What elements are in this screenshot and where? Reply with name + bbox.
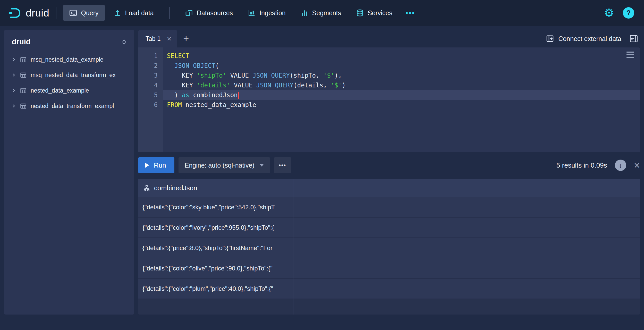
open-panel-icon[interactable] — [629, 34, 638, 43]
results-status: 5 results in 0.09s — [556, 161, 607, 169]
run-bar: Run Engine: auto (sql-native) ••• 5 resu… — [138, 157, 640, 174]
table-name: msq_nested_data_transform_ex — [31, 72, 116, 79]
chevron-right-icon[interactable] — [11, 73, 16, 77]
line-number: 3 — [138, 71, 163, 80]
engine-select[interactable]: Engine: auto (sql-native) — [179, 157, 270, 173]
code-line-2: JSON_OBJECT( — [163, 61, 640, 71]
query-more-button[interactable]: ••• — [274, 157, 291, 173]
tab-bar: Tab 1 × + Connect external data — [138, 30, 640, 47]
connect-external-data-label: Connect external data — [558, 35, 621, 43]
nav-item-segments[interactable]: Segments — [294, 5, 348, 21]
result-row-3[interactable]: {"details":{"price":8.0},"shipTo":{"firs… — [138, 238, 640, 258]
tab-label: Tab 1 — [146, 35, 161, 42]
run-button[interactable]: Run — [138, 157, 174, 173]
nav-label-load-data: Load data — [125, 9, 154, 17]
runbar-right: 5 results in 0.09s ↓ × — [556, 160, 640, 171]
nav-divider — [169, 7, 170, 19]
sql-editor[interactable]: 1 2 3 4 5 6 SELECT JSON_OBJECT( KEY 'shi… — [138, 47, 640, 152]
text-cursor — [238, 92, 239, 99]
sidebar-table-nested_data_example[interactable]: nested_data_example — [4, 83, 134, 98]
upload-icon — [114, 9, 121, 17]
result-cell[interactable]: {"details":{"price":8.0},"shipTo":{"firs… — [138, 244, 293, 252]
nav-label-segments: Segments — [312, 9, 341, 17]
line-number: 2 — [138, 61, 163, 71]
sidebar-table-msq_nested_data_transform[interactable]: msq_nested_data_transform_ex — [4, 67, 134, 83]
table-icon — [20, 72, 27, 79]
nav-item-query[interactable]: Query — [63, 5, 105, 21]
result-cell[interactable]: {"details":{"color":"ivory","price":955.… — [138, 224, 293, 231]
nav-item-ingestion[interactable]: Ingestion — [242, 5, 292, 21]
sql-keyword: SELECT — [167, 52, 189, 60]
column-header-combinedJson[interactable]: combinedJson — [138, 184, 293, 192]
chevron-right-icon[interactable] — [11, 57, 16, 62]
sql-string: '$' — [323, 72, 334, 79]
tabbar-right: Connect external data — [546, 30, 640, 47]
schema-sidebar: druid msq_nested_data_example — [4, 30, 134, 315]
sql-text — [167, 62, 174, 69]
result-cell[interactable]: {"details":{"color":"plum","price":40.0}… — [138, 285, 293, 292]
download-results-icon[interactable]: ↓ — [615, 160, 626, 171]
result-row-1[interactable]: {"details":{"color":"sky blue","price":5… — [138, 197, 640, 218]
code-line-5-active: ) as combinedJson — [163, 90, 640, 100]
editor-line-gutter: 1 2 3 4 5 6 — [138, 47, 163, 152]
nav-item-load-data[interactable]: Load data — [107, 5, 160, 21]
line-number: 6 — [138, 100, 163, 110]
settings-gear-icon[interactable]: ⚙ — [604, 7, 614, 19]
sql-text: VALUE — [230, 82, 256, 89]
result-row-5[interactable]: {"details":{"color":"plum","price":40.0}… — [138, 279, 640, 299]
table-icon — [20, 56, 27, 63]
sql-text: KEY — [167, 72, 197, 79]
table-name: nested_data_transform_exampl — [31, 103, 114, 110]
datasources-icon — [185, 9, 193, 17]
result-cell[interactable]: {"details":{"color":"sky blue","price":5… — [138, 204, 293, 211]
druid-logo-icon — [8, 6, 22, 20]
new-tab-button[interactable]: + — [177, 30, 195, 47]
druid-brand[interactable]: druid — [8, 6, 49, 20]
sort-icon[interactable] — [121, 39, 128, 45]
tab-close-icon[interactable]: × — [167, 35, 172, 43]
results-header-row: combinedJson — [138, 179, 640, 197]
ingestion-icon — [248, 9, 256, 17]
table-name: msq_nested_data_example — [31, 56, 104, 63]
nav-label-services: Services — [368, 9, 392, 17]
results-panel: combinedJson {"details":{"color":"sky bl… — [138, 179, 640, 315]
sql-text: ( — [215, 62, 219, 69]
code-line-3: KEY 'shipTo' VALUE JSON_QUERY(shipTo, '$… — [163, 71, 640, 80]
sql-function: JSON_QUERY — [256, 82, 294, 89]
close-results-icon[interactable]: × — [634, 160, 640, 170]
run-label: Run — [154, 161, 166, 169]
chevron-right-icon[interactable] — [11, 88, 16, 93]
line-number: 5 — [138, 90, 163, 100]
nav-item-services[interactable]: Services — [350, 5, 399, 21]
code-line-4: KEY 'details' VALUE JSON_QUERY(details, … — [163, 80, 640, 90]
sql-text: KEY — [167, 82, 197, 89]
result-row-4[interactable]: {"details":{"color":"olive","price":90.0… — [138, 258, 640, 279]
editor-menu-icon[interactable] — [626, 52, 634, 58]
nav-item-datasources[interactable]: Datasources — [179, 5, 239, 21]
sidebar-table-nested_data_transform[interactable]: nested_data_transform_exampl — [4, 98, 134, 114]
nav-label-ingestion: Ingestion — [259, 9, 285, 17]
nav-more-button[interactable]: ••• — [401, 5, 420, 21]
sql-text: ) — [342, 82, 345, 89]
sidebar-header: druid — [4, 30, 134, 52]
tab-tab1[interactable]: Tab 1 × — [138, 30, 177, 47]
sql-text: ), — [334, 72, 342, 79]
sql-text: (shipTo, — [290, 72, 323, 79]
line-number: 4 — [138, 80, 163, 90]
chevron-down-icon — [260, 164, 264, 167]
connect-external-data-button[interactable]: Connect external data — [546, 35, 621, 43]
sidebar-table-msq_nested_data_example[interactable]: msq_nested_data_example — [4, 52, 134, 67]
play-icon — [145, 163, 149, 168]
column-divider[interactable] — [293, 179, 293, 315]
result-row-2[interactable]: {"details":{"color":"ivory","price":955.… — [138, 218, 640, 238]
sql-string: '$' — [331, 82, 342, 89]
import-data-icon — [546, 35, 554, 43]
sql-text: nested_data_example — [182, 101, 256, 109]
result-cell[interactable]: {"details":{"color":"olive","price":90.0… — [138, 265, 293, 272]
content-area: druid msq_nested_data_example — [0, 26, 644, 320]
sql-keyword: as — [182, 92, 189, 99]
help-icon[interactable]: ? — [623, 7, 634, 19]
chevron-right-icon[interactable] — [11, 104, 16, 108]
editor-code-area[interactable]: SELECT JSON_OBJECT( KEY 'shipTo' VALUE J… — [163, 47, 640, 152]
sql-function: JSON_OBJECT — [174, 62, 215, 69]
